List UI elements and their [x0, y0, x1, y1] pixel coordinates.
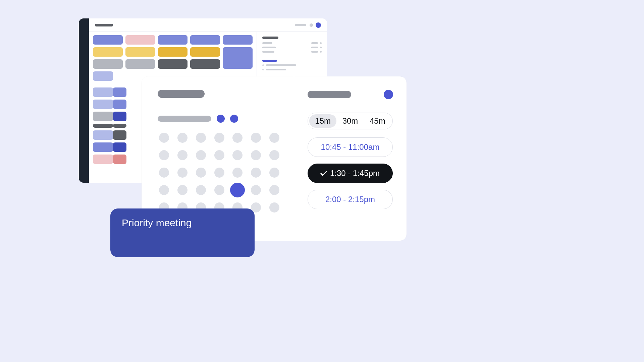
duration-tab[interactable]: 15m: [309, 114, 336, 128]
calendar-event[interactable]: [158, 35, 188, 45]
calendar-day[interactable]: [159, 185, 169, 195]
calendar-day[interactable]: [196, 133, 206, 143]
calendar-event[interactable]: [93, 112, 113, 121]
calendar-day[interactable]: [177, 168, 187, 178]
calendar-event[interactable]: [113, 155, 126, 164]
calendar-event[interactable]: [93, 124, 113, 128]
scheduler-slot-panel: 15m30m45m 10:45 - 11:00am1:30 - 1:45pm2:…: [294, 76, 407, 241]
calendar-day[interactable]: [159, 150, 169, 160]
topbar-status-dot: [310, 23, 313, 27]
time-slot[interactable]: 1:30 - 1:45pm: [308, 164, 393, 183]
time-slot-label: 10:45 - 11:00am: [321, 142, 380, 152]
calendar-day[interactable]: [269, 168, 279, 178]
calendar-event[interactable]: [93, 87, 113, 97]
calendar-day[interactable]: [196, 185, 206, 195]
calendar-day[interactable]: [251, 133, 261, 143]
scheduler-title-placeholder: [158, 90, 205, 98]
duration-tabs: 15m30m45m: [308, 113, 393, 129]
calendar-day[interactable]: [214, 133, 224, 143]
calendar-day[interactable]: [230, 183, 245, 197]
calendar-day[interactable]: [177, 133, 187, 143]
time-slot[interactable]: 10:45 - 11:00am: [308, 137, 393, 157]
duration-tab[interactable]: 30m: [336, 114, 364, 128]
calendar-event[interactable]: [93, 35, 123, 45]
calendar-day[interactable]: [214, 185, 224, 195]
calendar-day[interactable]: [196, 150, 206, 160]
calendar-day[interactable]: [269, 133, 279, 143]
time-slot-label: 1:30 - 1:45pm: [330, 169, 380, 178]
calendar-event[interactable]: [125, 47, 155, 57]
calendar-day[interactable]: [232, 150, 243, 160]
next-month-button[interactable]: [230, 115, 238, 123]
calendar-event[interactable]: [113, 112, 126, 121]
calendar-day[interactable]: [177, 185, 187, 195]
time-slot-label: 2:00 - 2:15pm: [325, 195, 375, 204]
calendar-day[interactable]: [214, 168, 224, 178]
scheduler-month-placeholder: [158, 116, 211, 122]
calendar-event[interactable]: [125, 59, 155, 69]
calendar-day[interactable]: [232, 168, 243, 178]
calendar-event[interactable]: [190, 59, 220, 69]
slot-panel-avatar[interactable]: [384, 90, 393, 99]
calendar-event[interactable]: [113, 124, 126, 128]
check-icon: [320, 169, 327, 176]
calendar-day-grid: [158, 133, 280, 213]
calendar-event[interactable]: [158, 47, 188, 57]
calendar-event[interactable]: [158, 59, 188, 69]
priority-meeting-title: Priority meeting: [122, 217, 243, 229]
priority-meeting-card[interactable]: Priority meeting: [110, 208, 255, 257]
calendar-event[interactable]: [93, 47, 123, 57]
calendar-day[interactable]: [251, 185, 261, 195]
slot-panel-title-placeholder: [308, 91, 351, 98]
calendar-event[interactable]: [93, 71, 113, 81]
calendar-event[interactable]: [93, 142, 113, 152]
calendar-event[interactable]: [125, 35, 155, 45]
calendar-day[interactable]: [196, 168, 206, 178]
calendar-event[interactable]: [190, 35, 220, 45]
calendar-event[interactable]: [223, 35, 253, 45]
side-panel-heading: [262, 37, 278, 39]
calendar-day[interactable]: [269, 185, 279, 195]
calendar-day[interactable]: [159, 133, 169, 143]
time-slot[interactable]: 2:00 - 2:15pm: [308, 190, 393, 209]
calendar-event[interactable]: [113, 142, 126, 152]
topbar-text-placeholder: [295, 24, 306, 26]
app-sidebar-rail: [79, 18, 89, 183]
calendar-day[interactable]: [251, 150, 261, 160]
calendar-event[interactable]: [93, 130, 113, 140]
topbar-avatar[interactable]: [316, 22, 321, 28]
calendar-event[interactable]: [113, 100, 126, 109]
app-topbar: [89, 18, 327, 32]
calendar-event[interactable]: [93, 155, 113, 164]
calendar-day[interactable]: [159, 168, 169, 178]
calendar-day[interactable]: [251, 168, 261, 178]
calendar-event[interactable]: [113, 87, 126, 97]
calendar-event[interactable]: [93, 59, 123, 69]
calendar-day[interactable]: [177, 150, 187, 160]
calendar-day[interactable]: [269, 202, 279, 213]
calendar-day[interactable]: [214, 150, 224, 160]
calendar-event[interactable]: [93, 100, 113, 109]
calendar-day[interactable]: [232, 133, 243, 143]
calendar-event[interactable]: [113, 130, 126, 140]
app-title-placeholder: [95, 24, 113, 26]
prev-month-button[interactable]: [217, 115, 225, 123]
calendar-day[interactable]: [269, 150, 279, 160]
duration-tab[interactable]: 45m: [364, 114, 391, 128]
calendar-event[interactable]: [190, 47, 220, 57]
